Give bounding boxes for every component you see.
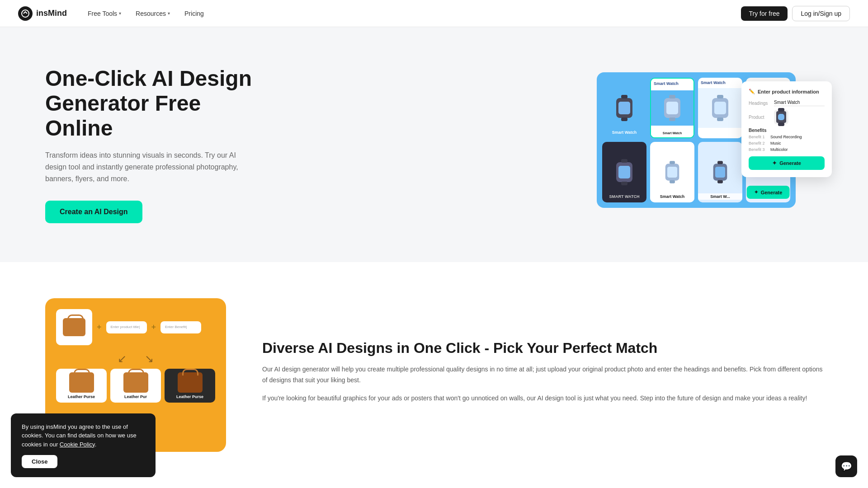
watch-shape-light-2 xyxy=(664,98,680,118)
panel-product-row: Product xyxy=(749,110,825,124)
product-watch-mini xyxy=(776,111,786,123)
card-top-blue xyxy=(651,90,693,126)
card-bg-3 xyxy=(698,88,742,127)
purse-input-1: Enter product title| xyxy=(106,321,147,333)
demo-card-label-7: Smart W... xyxy=(698,193,742,200)
purse-input-2: Enter Benefit| xyxy=(160,321,201,333)
generate-button-overlay[interactable]: ✦ Generate xyxy=(747,186,790,199)
demo-card-label-1: Smart Watch xyxy=(602,129,646,136)
section2-title: Diverse AI Designs in One Click - Pick Y… xyxy=(262,339,823,357)
demo-card-1: Smart Watch xyxy=(602,78,646,138)
hero-demo: Smart Watch Smart Watch Smart Watch xyxy=(597,72,823,217)
logo-icon xyxy=(18,6,33,21)
benefit-3-label: Benefit 3 xyxy=(749,147,768,152)
benefit-row-2: Benefit 2 Music xyxy=(749,141,825,145)
arrow-left: ↙ xyxy=(118,352,127,365)
product-image-thumb xyxy=(774,110,788,124)
purse-result-1: Leather Purse xyxy=(56,369,107,403)
purse-icon xyxy=(63,318,85,336)
generate-overlay-area: ✦ Generate xyxy=(747,181,790,199)
nav-resources[interactable]: Resources ▾ xyxy=(128,6,177,21)
demo-card-6: Smart Watch xyxy=(650,142,694,202)
purse-result-label-3: Leather Purse xyxy=(176,394,203,399)
svg-point-0 xyxy=(22,10,29,17)
watch-screen-5 xyxy=(618,166,630,178)
nav-pricing[interactable]: Pricing xyxy=(177,6,211,21)
navbar: insMind Free Tools ▾ Resources ▾ Pricing… xyxy=(0,0,868,27)
purse-result-icon-2 xyxy=(123,372,148,393)
demo-card-label-5: SMART WATCH xyxy=(602,193,646,200)
watch-screen xyxy=(618,102,630,114)
purse-result-icon-1 xyxy=(69,372,94,393)
demo-card-7: Smart W... xyxy=(698,142,742,202)
cookie-close-button[interactable]: Close xyxy=(22,455,57,468)
input-label-2: Enter Benefit| xyxy=(165,325,197,329)
hero-text: One-Click AI Design Generator Free Onlin… xyxy=(45,66,253,223)
star-icon: ✦ xyxy=(772,160,777,166)
purse-result-2: Leather Pur xyxy=(110,369,161,403)
generate-button[interactable]: ✦ Generate xyxy=(749,156,825,170)
demo-card-3: Smart Watch xyxy=(698,78,742,138)
benefit-row-1: Benefit 1 Sound Recording xyxy=(749,135,825,139)
panel-headings-row: Headings Smart Watch xyxy=(749,100,825,106)
input-label-1: Enter product title| xyxy=(111,325,142,329)
watch-screen-3 xyxy=(714,102,726,114)
login-button[interactable]: Log in/Sign up xyxy=(792,6,850,21)
watch-shape-6 xyxy=(665,164,679,180)
purse-result-icon-3 xyxy=(178,372,203,393)
purse-original-box xyxy=(56,309,92,345)
demo-card-label-2: Smart Watch xyxy=(651,131,693,136)
purse-result-3: Leather Purse xyxy=(165,369,215,403)
hero-subtitle: Transform ideas into stunning visuals in… xyxy=(45,150,253,184)
nav-actions: Try for free Log in/Sign up xyxy=(741,6,850,21)
watch-shape-5 xyxy=(616,162,632,182)
watch-shape-7 xyxy=(713,164,727,180)
headings-value: Smart Watch xyxy=(774,100,825,106)
demo-card-title-2: Smart Watch xyxy=(654,81,679,86)
benefit-1-value: Sound Recording xyxy=(770,135,802,139)
demo-card-5: SMART WATCH xyxy=(602,142,646,202)
section2-desc-2: If you're looking for beautiful graphics… xyxy=(262,393,823,404)
arrow-right: ↘ xyxy=(145,352,154,365)
arrows-row: ↙ ↘ xyxy=(56,352,215,365)
watch-screen-7 xyxy=(715,167,725,178)
panel-header: ✏️ Enter product information xyxy=(749,89,825,94)
sparkle-icon: ✦ xyxy=(754,189,758,195)
benefit-2-value: Music xyxy=(770,141,781,145)
watch-shape-light-3 xyxy=(712,98,728,118)
watch-screen-2 xyxy=(666,102,678,114)
watch-screen-6 xyxy=(667,167,677,178)
demo-panel: ✏️ Enter product information Headings Sm… xyxy=(741,81,832,177)
hero-title: One-Click AI Design Generator Free Onlin… xyxy=(45,66,253,141)
panel-benefits: Benefits Benefit 1 Sound Recording Benef… xyxy=(749,128,825,152)
nav-free-tools[interactable]: Free Tools ▾ xyxy=(80,6,128,21)
chevron-down-icon: ▾ xyxy=(119,11,121,16)
purse-result-label-1: Leather Purse xyxy=(68,394,95,399)
benefit-1-label: Benefit 1 xyxy=(749,135,768,139)
product-label: Product xyxy=(749,115,770,120)
edit-icon: ✏️ xyxy=(749,89,755,94)
demo-card-title-3: Smart Watch xyxy=(701,80,726,85)
cookie-policy-link[interactable]: Cookie Policy xyxy=(60,441,95,448)
logo[interactable]: insMind xyxy=(18,6,67,21)
cookie-banner: By using insMind you agree to the use of… xyxy=(11,413,156,478)
product-watch-screen xyxy=(778,114,784,120)
create-ai-design-button[interactable]: Create an AI Design xyxy=(45,201,142,223)
watch-shape-dark xyxy=(616,98,632,118)
benefit-2-label: Benefit 2 xyxy=(749,141,768,145)
try-free-button[interactable]: Try for free xyxy=(741,6,788,21)
headings-label: Headings xyxy=(749,101,770,106)
logo-text: insMind xyxy=(36,9,67,18)
benefits-title: Benefits xyxy=(749,128,825,133)
benefit-row-3: Benefit 3 Multicolor xyxy=(749,147,825,152)
hero-section: One-Click AI Design Generator Free Onlin… xyxy=(0,27,868,262)
section2-desc-1: Our AI design generator will help you cr… xyxy=(262,364,823,386)
demo-card-label-6: Smart Watch xyxy=(650,193,694,200)
purse-demo-top: + Enter product title| + Enter Benefit| xyxy=(56,309,215,345)
plus-icon-2: + xyxy=(151,323,156,332)
purse-results: Leather Purse Leather Pur Leather Purse xyxy=(56,369,215,403)
purse-result-label-2: Leather Pur xyxy=(124,394,147,399)
nav-links: Free Tools ▾ Resources ▾ Pricing xyxy=(80,6,741,21)
chat-widget[interactable]: 💬 xyxy=(835,455,857,477)
demo-card-2: Smart Watch Smart Watch xyxy=(650,78,694,138)
